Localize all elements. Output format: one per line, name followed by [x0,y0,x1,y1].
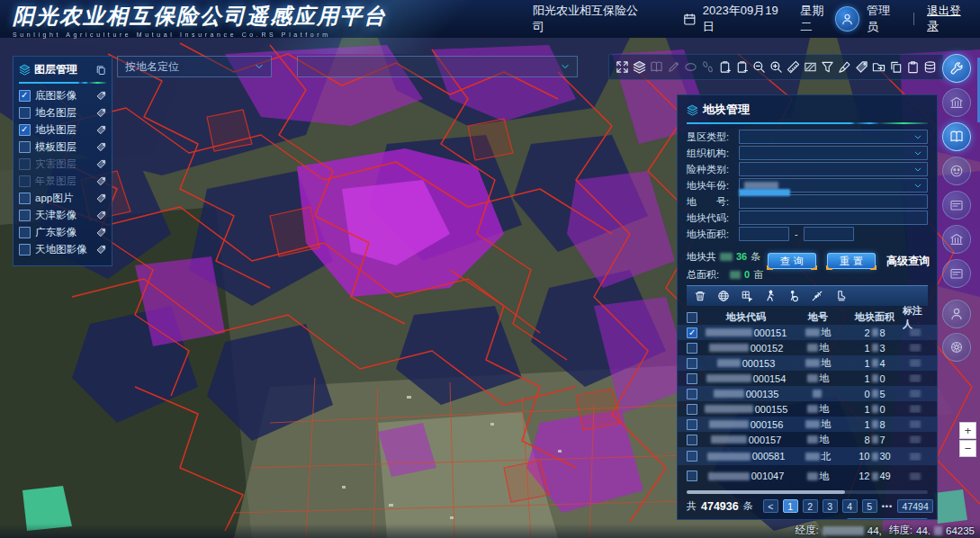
layer-item[interactable]: 灾害图层 [19,156,106,173]
page-button[interactable]: 3 [823,499,838,513]
paste-icon[interactable] [905,59,921,75]
logout-link[interactable]: 退出登录 [927,4,971,34]
page-button[interactable]: 4 [842,499,858,513]
row-checkbox[interactable] [687,389,697,399]
zoom-out-button[interactable]: − [959,440,976,457]
page-button[interactable]: 1 [783,499,798,513]
row-checkbox[interactable] [687,358,697,369]
table-row[interactable]: 000135 05 [678,386,937,401]
land-number-input[interactable] [744,196,922,207]
table-row[interactable]: 000151 地 28 [678,325,937,340]
row-checkbox[interactable] [687,435,697,445]
table-row[interactable]: 000153 地 14 [678,355,937,371]
table-row[interactable]: 000152 地 13 [678,340,937,355]
layer-item[interactable]: 年景图层 [19,173,106,190]
select-reclamation-type[interactable] [739,130,928,144]
trash-icon[interactable] [694,290,707,303]
table-row[interactable]: 000157 地 87 [678,432,937,447]
wheel-tool-button[interactable] [942,333,971,362]
table-row[interactable]: 000581 北 1030 [678,447,937,465]
bank-tool-button[interactable] [942,225,971,254]
reset-button[interactable]: 重置 [827,253,876,269]
folder-export-icon[interactable] [871,59,886,75]
layer-item[interactable]: app图片 [19,190,106,207]
query-button[interactable]: 查询 [768,253,816,269]
layer-checkbox[interactable] [19,210,31,221]
hatch-icon[interactable] [803,59,818,75]
globe-icon[interactable] [717,290,731,303]
input-area-min[interactable] [739,227,789,241]
fullscreen-icon[interactable] [615,59,630,75]
row-checkbox[interactable] [687,419,697,430]
layer-item[interactable]: 底图影像 [19,87,106,104]
copy-icon[interactable] [888,59,904,75]
per-page-select[interactable]: 10 条/页 [847,518,928,520]
select-all-checkbox[interactable] [687,312,697,323]
layer-checkbox[interactable] [19,158,31,170]
table-row[interactable]: 000155 地 10 [678,401,937,417]
row-checkbox[interactable] [687,471,697,481]
steps-icon[interactable] [700,59,715,75]
footprint-icon[interactable] [834,290,848,303]
atlas-icon[interactable] [649,59,664,75]
zoom-out-icon[interactable] [751,59,767,75]
layer-item[interactable]: 天地图影像 [19,241,106,258]
tag-label-icon[interactable] [854,59,869,75]
avatar[interactable] [835,6,859,31]
face-tool-button[interactable] [942,157,971,185]
table-row[interactable]: 000154 地 10 [678,371,937,386]
layer-item[interactable]: 广东影像 [19,224,106,241]
page-button[interactable]: 2 [803,499,818,513]
layer-stack-icon[interactable] [922,59,938,75]
area-min-input[interactable] [744,229,784,239]
layer-item[interactable]: 地名图层 [19,104,106,121]
input-land-number[interactable] [739,194,928,209]
layer-checkbox[interactable] [19,244,31,256]
ellipse-icon[interactable] [683,59,698,75]
draw-icon[interactable] [666,59,681,75]
brush-icon[interactable] [837,59,852,75]
scrollbar-thumb[interactable] [687,490,845,494]
grid-select-icon[interactable] [741,290,754,303]
filter-icon[interactable] [820,59,835,75]
card-tool-button[interactable] [942,191,971,220]
layer-checkbox[interactable] [19,193,31,204]
layer-checkbox[interactable] [19,90,31,102]
ruler-icon[interactable] [786,59,801,75]
advanced-query-button[interactable]: 高级查询 [886,254,930,269]
layer-item[interactable]: 天津影像 [19,207,106,224]
card-tool-button[interactable] [942,259,971,288]
prev-page-button[interactable]: < [763,499,778,513]
row-checkbox[interactable] [687,327,697,338]
layer-checkbox[interactable] [19,141,31,153]
person-assist-icon[interactable] [787,290,801,303]
book-tool-button[interactable] [942,122,971,151]
parcel-code-input[interactable] [744,212,922,223]
row-checkbox[interactable] [687,451,697,462]
zoom-in-icon[interactable] [769,59,784,75]
select-insurance-type[interactable] [739,162,928,176]
input-parcel-code[interactable] [739,211,928,225]
person-walk-icon[interactable] [764,290,778,303]
select-organization[interactable] [739,146,928,160]
row-checkbox[interactable] [687,373,697,384]
row-checkbox[interactable] [687,404,697,415]
layer-checkbox[interactable] [19,175,31,187]
wrench-tool-button[interactable] [942,54,971,83]
last-page-button[interactable]: 47494 [897,499,933,513]
clip-add-icon[interactable] [717,59,733,75]
layer-checkbox[interactable] [19,107,31,119]
page-button[interactable]: 5 [862,499,877,513]
row-checkbox[interactable] [687,343,697,354]
clip-remove-icon[interactable] [734,59,750,75]
layer-checkbox[interactable] [19,124,31,136]
person-tool-button[interactable] [942,300,971,328]
secondary-select[interactable] [297,56,578,77]
antenna-off-icon[interactable] [811,290,824,303]
layer-checkbox[interactable] [19,227,31,238]
bank-tool-button[interactable] [942,88,971,117]
zoom-in-button[interactable]: + [959,422,976,439]
layer-export-icon[interactable] [95,65,106,76]
table-row[interactable]: 001047 地 1249 [678,465,937,487]
table-row[interactable]: 000156 地 18 [678,417,937,432]
